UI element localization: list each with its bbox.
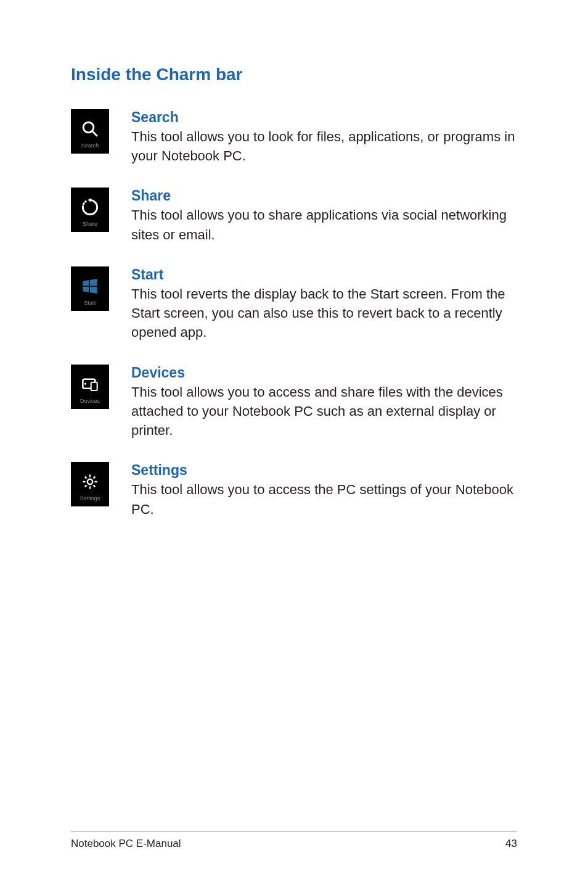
charm-title-settings: Settings bbox=[131, 462, 517, 479]
charm-text-block: Search This tool allows you to look for … bbox=[131, 109, 517, 165]
charm-title-devices: Devices bbox=[131, 365, 517, 381]
charm-description-share: This tool allows you to share applicatio… bbox=[131, 205, 517, 244]
charm-item-search: Search Search This tool allows you to lo… bbox=[71, 109, 517, 165]
devices-icon-label: Devices bbox=[80, 398, 100, 404]
charm-item-settings: Settings Settings This tool allows you t… bbox=[71, 462, 517, 518]
charm-text-block: Share This tool allows you to share appl… bbox=[131, 188, 517, 244]
svg-marker-4 bbox=[90, 279, 97, 286]
page-footer: Notebook PC E-Manual 43 bbox=[71, 831, 517, 850]
share-icon-label: Share bbox=[83, 221, 97, 227]
charm-description-search: This tool allows you to look for files, … bbox=[131, 127, 517, 165]
charm-description-start: This tool reverts the display back to th… bbox=[131, 284, 517, 342]
charm-title-search: Search bbox=[131, 109, 517, 126]
settings-icon-label: Settings bbox=[80, 495, 100, 501]
devices-charm-icon-box: Devices bbox=[71, 365, 109, 409]
svg-marker-5 bbox=[83, 287, 89, 292]
charm-title-start: Start bbox=[131, 266, 517, 283]
svg-marker-3 bbox=[83, 280, 89, 286]
devices-icon bbox=[79, 373, 101, 395]
svg-point-10 bbox=[88, 479, 92, 484]
search-charm-icon-box: Search bbox=[71, 109, 109, 154]
gear-icon bbox=[79, 471, 101, 493]
charm-item-share: Share Share This tool allows you to shar… bbox=[71, 188, 517, 244]
start-charm-icon-box: Start bbox=[71, 266, 109, 311]
svg-line-1 bbox=[92, 131, 97, 136]
page-heading: Inside the Charm bar bbox=[71, 65, 517, 85]
svg-line-17 bbox=[85, 485, 87, 487]
charm-item-start: Start Start This tool reverts the displa… bbox=[71, 266, 517, 342]
svg-line-15 bbox=[85, 477, 87, 479]
charm-title-share: Share bbox=[131, 188, 517, 204]
search-icon-label: Search bbox=[81, 142, 99, 149]
search-icon bbox=[79, 118, 101, 140]
charm-item-devices: Devices Devices This tool allows you to … bbox=[71, 365, 517, 440]
svg-point-2 bbox=[89, 199, 92, 202]
charm-description-devices: This tool allows you to access and share… bbox=[131, 382, 517, 440]
charm-text-block: Devices This tool allows you to access a… bbox=[131, 365, 517, 440]
footer-title: Notebook PC E-Manual bbox=[71, 838, 181, 850]
svg-point-9 bbox=[84, 382, 86, 384]
svg-rect-8 bbox=[91, 382, 97, 390]
footer-page-number: 43 bbox=[505, 838, 517, 850]
svg-line-18 bbox=[93, 485, 95, 487]
start-icon bbox=[79, 275, 101, 297]
svg-line-16 bbox=[93, 477, 95, 479]
share-charm-icon-box: Share bbox=[71, 188, 109, 232]
share-icon bbox=[79, 196, 101, 218]
svg-marker-6 bbox=[90, 287, 97, 294]
settings-charm-icon-box: Settings bbox=[71, 462, 109, 506]
charm-text-block: Start This tool reverts the display back… bbox=[131, 266, 517, 342]
charm-description-settings: This tool allows you to access the PC se… bbox=[131, 480, 517, 518]
charm-text-block: Settings This tool allows you to access … bbox=[131, 462, 517, 518]
start-icon-label: Start bbox=[84, 300, 96, 306]
